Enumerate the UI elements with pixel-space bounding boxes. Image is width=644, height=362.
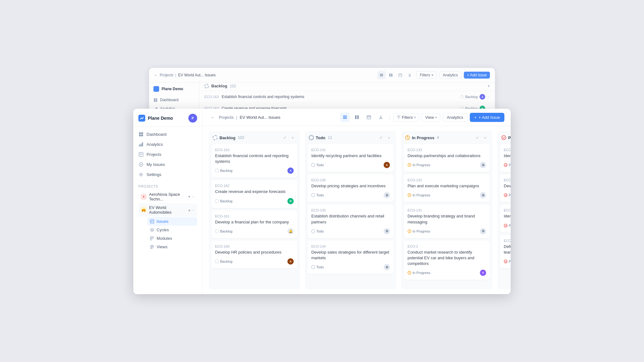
card-eco-2[interactable]: ECO-2 Conduct market research to identif… [404, 241, 490, 280]
subnav-modules[interactable]: Modules [147, 234, 197, 243]
analytics-button[interactable]: Analytics [443, 113, 467, 122]
sidebar-item-dashboard[interactable]: Dashboard [133, 129, 202, 139]
more-icon[interactable]: ··· [192, 195, 195, 199]
backlog-header-actions: ⤢ + [281, 134, 296, 141]
svg-rect-2 [380, 76, 383, 76]
card-eco-138-status: Proofing [504, 163, 511, 167]
card-eco-160-id: ECO-160 [215, 244, 294, 248]
backlog-add-btn[interactable]: + [289, 134, 296, 141]
card-eco-161[interactable]: ECO-161 Develop a financial plan for the… [211, 211, 297, 238]
todo-add-btn[interactable]: + [386, 134, 392, 141]
in-progress-small-icon-3 [408, 229, 411, 233]
svg-rect-9 [154, 98, 155, 100]
svg-point-63 [504, 224, 507, 227]
card-eco-141[interactable]: ECO-141 Identify recycling partners and … [308, 144, 394, 172]
projects-section: Projects AeroNova Space Techn... ▾ ··· [133, 182, 202, 252]
bg-add-issue-btn[interactable]: + Add Issue [464, 72, 490, 79]
todo-status-small-icon-2 [311, 193, 315, 197]
bg-calendar-view-btn[interactable] [396, 71, 404, 79]
bg-expand-btn[interactable]: + [487, 84, 490, 88]
card-eco-135[interactable]: ECO-135 Establish distribution channels … [308, 205, 394, 238]
back-button[interactable]: ← [209, 113, 216, 121]
bg-breadcrumb-sep: | [175, 73, 176, 77]
card-eco-137-status: Proofing [504, 193, 511, 197]
project-aeronova[interactable]: AeroNova Space Techn... ▾ ··· [138, 190, 197, 203]
card-eco-137-id: ECO-137 [504, 178, 511, 182]
card-eco-162-id: ECO-162 [215, 184, 294, 188]
card-eco-160-avatar: A [287, 258, 294, 265]
projects-section-label: Projects [138, 184, 197, 188]
foreground-window: Plane Demo P Dashboard Analytics [133, 109, 511, 294]
card-eco-137[interactable]: ECO-137 Develop a network of chargi... P… [500, 174, 511, 202]
card-eco-132-status: In Progress [408, 193, 430, 197]
list-view-btn[interactable] [340, 112, 350, 122]
card-eco-134-status: Todo [311, 265, 324, 269]
breadcrumb-projects[interactable]: Projects [219, 115, 234, 120]
in-progress-small-icon-4 [408, 271, 411, 275]
svg-point-38 [150, 228, 153, 232]
sidebar-item-analytics[interactable]: Analytics [133, 139, 202, 149]
card-eco-137-title: Develop a network of chargi... [504, 183, 511, 189]
todo-expand-btn[interactable]: ⤢ [377, 134, 384, 141]
project-ev-name: EV World Automobiles [149, 205, 188, 215]
cycles-icon [150, 228, 154, 232]
sidebar: Plane Demo P Dashboard Analytics [133, 109, 203, 294]
card-eco-162[interactable]: ECO-162 Create revenue and expense forec… [211, 180, 297, 208]
proofing-small-icon [504, 163, 508, 167]
export-btn[interactable] [376, 112, 386, 122]
card-eco-8[interactable]: ECO-8 Define project roles and responsib… [500, 235, 511, 268]
sidebar-item-my-issues[interactable]: My Issues [133, 159, 202, 169]
card-eco-132[interactable]: ECO-132 Plan and execute marketing campa… [404, 174, 490, 202]
dashboard-icon [138, 132, 143, 137]
project-aeronova-dot [141, 194, 147, 200]
todo-count: 11 [328, 135, 332, 140]
add-issue-button[interactable]: + + Add Issue [470, 113, 504, 122]
in-progress-expand-btn[interactable]: ⤢ [474, 134, 480, 141]
chevron-up-icon[interactable]: ▴ [188, 208, 190, 212]
card-eco-128[interactable]: ECO-128 Identify market opportunities...… [500, 205, 511, 232]
card-eco-131[interactable]: ECO-131 Develop branding strategy and br… [404, 205, 490, 238]
card-eco-128-title: Identify market opportunities... [504, 213, 511, 219]
filters-button[interactable]: Filters ▾ [393, 113, 419, 122]
chevron-down-icon[interactable]: ▾ [188, 195, 190, 199]
project-ev-world[interactable]: EV World Automobiles ▴ ··· [138, 203, 197, 217]
bg-filters-btn[interactable]: Projects Filters ▾ [416, 71, 437, 79]
card-eco-2-status: In Progress [408, 271, 430, 275]
bg-export-btn[interactable] [406, 71, 414, 79]
card-eco-163[interactable]: ECO-163 Establish financial controls and… [211, 144, 297, 178]
bg-back-btn[interactable]: ← [154, 73, 158, 77]
backlog-status-small-icon-4 [215, 260, 219, 263]
bg-list-view-btn[interactable] [377, 71, 386, 79]
bg-analytics-btn[interactable]: Analytics [439, 71, 461, 79]
views-label: Views [157, 244, 167, 249]
card-eco-134[interactable]: ECO-134 Develop sales strategies for dif… [308, 241, 394, 274]
card-eco-163-id: ECO-163 [215, 148, 294, 152]
subnav-views[interactable]: Views [147, 243, 197, 251]
card-eco-131-status: In Progress [408, 229, 430, 233]
card-eco-160[interactable]: ECO-160 Develop HR policies and procedur… [211, 241, 297, 268]
user-avatar[interactable]: P [188, 114, 197, 123]
board-view-btn[interactable] [352, 112, 362, 122]
in-progress-cards: ECO-133 Develop partnerships and collabo… [401, 144, 492, 289]
card-eco-138[interactable]: ECO-138 Identify optimal locations for P… [500, 144, 511, 172]
view-button[interactable]: View ▾ [422, 113, 440, 122]
backlog-status-small-icon-2 [215, 199, 219, 203]
sidebar-item-settings[interactable]: Settings [133, 169, 202, 179]
ev-more-icon[interactable]: ··· [192, 208, 195, 212]
card-eco-133[interactable]: ECO-133 Develop partnerships and collabo… [404, 144, 490, 172]
bg-sidebar-dashboard[interactable]: Dashboard [149, 96, 199, 104]
subnav-issues[interactable]: Issues [147, 217, 197, 226]
svg-rect-36 [151, 221, 153, 221]
card-eco-134-footer: Todo ⚙ [311, 264, 390, 270]
settings-icon [138, 172, 143, 177]
bg-row-1[interactable]: ECO-163 Establish financial controls and… [199, 91, 495, 103]
sidebar-item-projects[interactable]: Projects [133, 149, 202, 159]
bg-board-view-btn[interactable] [387, 71, 395, 79]
backlog-expand-btn[interactable]: ⤢ [281, 134, 288, 141]
column-in-progress: In Progress 4 ⤢ + ECO-133 Develop partne… [401, 131, 492, 289]
in-progress-add-btn[interactable]: + [482, 134, 489, 141]
subnav-cycles[interactable]: Cycles [147, 226, 197, 234]
card-eco-141-avatar: A [384, 162, 390, 168]
card-eco-136[interactable]: ECO-136 Develop pricing strategies and i… [308, 174, 394, 202]
calendar-view-btn[interactable] [364, 112, 374, 122]
